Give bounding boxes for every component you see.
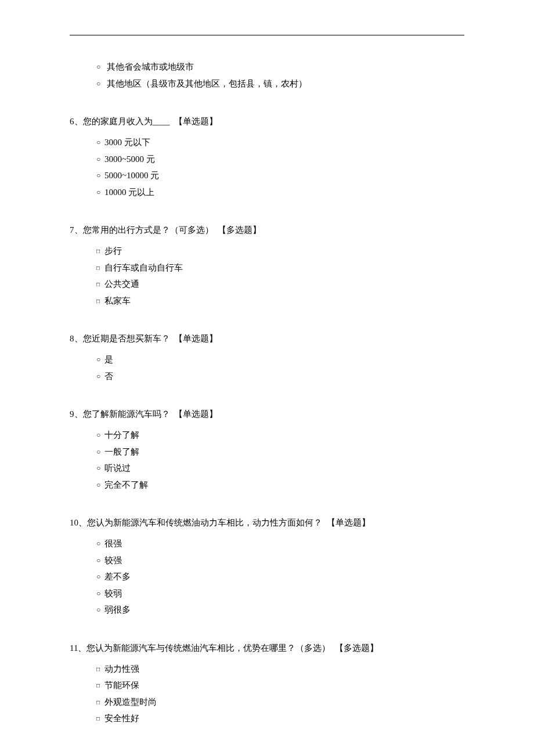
- option-item[interactable]: ○10000 元以上: [96, 184, 464, 201]
- checkbox-marker-icon: □: [96, 296, 104, 307]
- radio-marker-icon: ○: [96, 587, 104, 600]
- option-label: 动力性强: [104, 664, 139, 674]
- option-item[interactable]: □动力性强: [96, 661, 464, 678]
- option-item[interactable]: ○十分了解: [96, 427, 464, 444]
- option-label: 公共交通: [104, 279, 139, 289]
- question-block: 7、您常用的出行方式是？（可多选） 【多选题】□步行□自行车或自动自行车□公共交…: [70, 222, 464, 309]
- question-title: 9、您了解新能源汽车吗？ 【单选题】: [70, 406, 464, 422]
- option-item[interactable]: ○一般了解: [96, 444, 464, 460]
- radio-marker-icon: ○: [96, 462, 104, 475]
- radio-marker-icon: ○: [96, 570, 104, 584]
- option-label: 3000 元以下: [104, 138, 150, 147]
- option-item[interactable]: ○5000~10000 元: [96, 167, 464, 184]
- option-label: 差不多: [104, 572, 131, 581]
- option-item[interactable]: □安全性好: [96, 710, 464, 727]
- option-item[interactable]: ○否: [96, 368, 464, 385]
- question-title: 6、您的家庭月收入为____ 【单选题】: [70, 114, 464, 129]
- question-text: 您常用的出行方式是？（可多选）: [83, 225, 214, 235]
- radio-marker-icon: ○: [96, 445, 104, 459]
- option-item[interactable]: □外观造型时尚: [96, 694, 464, 711]
- option-item[interactable]: ○ 其他省会城市或地级市: [96, 59, 464, 75]
- question-type-tag: 【单选题】: [324, 518, 370, 527]
- option-label: 否: [104, 372, 113, 381]
- question-title: 11、您认为新能源汽车与传统燃油汽车相比，优势在哪里？（多选） 【多选题】: [70, 640, 464, 656]
- option-label: 节能环保: [104, 681, 139, 690]
- option-label: 私家车: [104, 296, 131, 305]
- page-content: ○ 其他省会城市或地级市 ○ 其他地区（县级市及其他地区，包括县，镇，农村） 6…: [0, 0, 534, 756]
- option-label: 步行: [104, 246, 122, 255]
- radio-marker-icon: ○: [96, 554, 104, 567]
- option-item[interactable]: ○ 其他地区（县级市及其他地区，包括县，镇，农村）: [96, 75, 464, 92]
- option-item[interactable]: ○较弱: [96, 585, 464, 602]
- radio-marker-icon: ○: [96, 370, 104, 383]
- question-block: 9、您了解新能源汽车吗？ 【单选题】○十分了解○一般了解○听说过○完全不了解: [70, 406, 464, 493]
- question-number: 8、: [70, 334, 83, 343]
- checkbox-marker-icon: □: [96, 713, 104, 724]
- option-item[interactable]: □步行: [96, 243, 464, 260]
- radio-marker-icon: ○: [96, 478, 104, 492]
- option-item[interactable]: □节能环保: [96, 677, 464, 694]
- option-list: □动力性强□节能环保□外观造型时尚□安全性好: [70, 661, 464, 727]
- radio-marker-icon: ○: [96, 537, 104, 550]
- question-text: 您了解新能源汽车吗？: [83, 409, 170, 419]
- checkbox-marker-icon: □: [96, 664, 104, 675]
- question-number: 7、: [70, 225, 83, 235]
- option-list: ○很强○较强○差不多○较弱○弱很多: [70, 535, 464, 618]
- radio-marker-icon: ○: [96, 153, 104, 166]
- option-item[interactable]: ○差不多: [96, 568, 464, 585]
- option-list: ○十分了解○一般了解○听说过○完全不了解: [70, 427, 464, 493]
- option-item[interactable]: ○是: [96, 351, 464, 368]
- question-title: 10、您认为新能源汽车和传统燃油动力车相比，动力性方面如何？ 【单选题】: [70, 515, 464, 531]
- radio-marker-icon: ○: [96, 60, 104, 74]
- question-prev-continued: ○ 其他省会城市或地级市 ○ 其他地区（县级市及其他地区，包括县，镇，农村）: [70, 59, 464, 92]
- question-text: 您认为新能源汽车与传统燃油汽车相比，优势在哪里？（多选）: [86, 643, 330, 653]
- horizontal-rule: [70, 35, 464, 35]
- option-label: 较强: [104, 556, 122, 565]
- radio-marker-icon: ○: [96, 77, 104, 91]
- option-label: 自行车或自动自行车: [104, 263, 183, 272]
- option-item[interactable]: ○3000~5000 元: [96, 151, 464, 168]
- option-label: 较弱: [104, 589, 122, 598]
- option-label: 完全不了解: [104, 480, 148, 489]
- question-type-tag: 【单选题】: [172, 117, 218, 126]
- radio-marker-icon: ○: [96, 353, 104, 366]
- radio-marker-icon: ○: [96, 136, 104, 149]
- question-type-tag: 【多选题】: [216, 225, 262, 235]
- question-title: 7、您常用的出行方式是？（可多选） 【多选题】: [70, 222, 464, 238]
- question-block: 11、您认为新能源汽车与传统燃油汽车相比，优势在哪里？（多选） 【多选题】□动力…: [70, 640, 464, 727]
- option-label: 3000~5000 元: [104, 154, 155, 164]
- option-item[interactable]: ○弱很多: [96, 602, 464, 618]
- checkbox-marker-icon: □: [96, 279, 104, 290]
- checkbox-marker-icon: □: [96, 697, 104, 708]
- option-label: 外观造型时尚: [104, 697, 157, 707]
- question-text: 您的家庭月收入为____: [83, 117, 170, 126]
- option-item[interactable]: ○较强: [96, 552, 464, 569]
- option-list: ○是○否: [70, 351, 464, 384]
- option-item[interactable]: ○完全不了解: [96, 477, 464, 494]
- option-item[interactable]: □自行车或自动自行车: [96, 260, 464, 276]
- question-text: 您认为新能源汽车和传统燃油动力车相比，动力性方面如何？: [87, 518, 322, 527]
- question-number: 6、: [70, 117, 83, 126]
- option-label: 听说过: [104, 463, 131, 473]
- question-block: 6、您的家庭月收入为____ 【单选题】○3000 元以下○3000~5000 …: [70, 114, 464, 200]
- checkbox-marker-icon: □: [96, 246, 104, 257]
- option-item[interactable]: □公共交通: [96, 276, 464, 293]
- checkbox-marker-icon: □: [96, 680, 104, 691]
- option-list: ○ 其他省会城市或地级市 ○ 其他地区（县级市及其他地区，包括县，镇，农村）: [70, 59, 464, 92]
- question-title: 8、您近期是否想买新车？ 【单选题】: [70, 331, 464, 347]
- checkbox-marker-icon: □: [96, 262, 104, 273]
- question-number: 9、: [70, 409, 83, 419]
- option-list: □步行□自行车或自动自行车□公共交通□私家车: [70, 243, 464, 309]
- option-item[interactable]: ○很强: [96, 535, 464, 552]
- question-text: 您近期是否想买新车？: [83, 334, 170, 343]
- option-label: 5000~10000 元: [104, 171, 159, 180]
- option-item[interactable]: ○听说过: [96, 460, 464, 477]
- option-item[interactable]: □私家车: [96, 293, 464, 309]
- question-number: 10、: [70, 518, 87, 527]
- option-label: 十分了解: [104, 430, 139, 440]
- option-label: 很强: [104, 539, 122, 548]
- option-list: ○3000 元以下○3000~5000 元○5000~10000 元○10000…: [70, 134, 464, 200]
- question-type-tag: 【单选题】: [172, 409, 218, 419]
- option-label: 是: [104, 355, 113, 364]
- option-item[interactable]: ○3000 元以下: [96, 134, 464, 151]
